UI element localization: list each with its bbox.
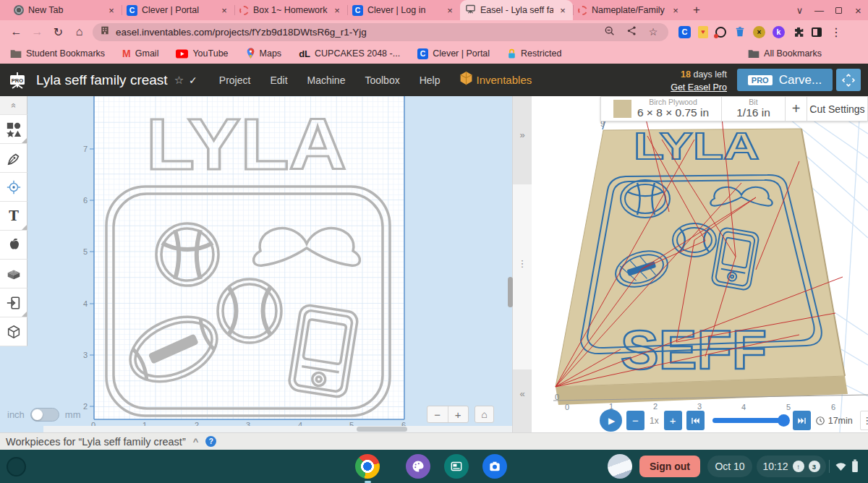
- bookmark-student-bookmarks[interactable]: Student Bookmarks: [10, 48, 105, 59]
- bookmark-maps[interactable]: Maps: [246, 48, 282, 59]
- zoom-out-button[interactable]: −: [427, 406, 448, 422]
- pen-tool[interactable]: [0, 144, 27, 173]
- user-avatar[interactable]: [608, 454, 632, 479]
- panel-divider[interactable]: » ⋮ «: [512, 96, 532, 432]
- divider-grip-icon[interactable]: ⋮: [513, 258, 532, 269]
- tab-box-homework[interactable]: Box 1~ Homework Di ×: [234, 0, 347, 20]
- bookmark-restricted[interactable]: Restricted: [507, 48, 561, 59]
- material-selector[interactable]: Birch Plywood 6 × 8 × 0.75 in: [600, 96, 722, 121]
- minimize-window-icon[interactable]: —: [809, 5, 829, 16]
- add-bit-button[interactable]: +: [786, 96, 807, 121]
- zoom-out-icon[interactable]: [602, 25, 618, 39]
- date-pill[interactable]: Oct 10: [707, 456, 752, 477]
- status-tray[interactable]: 10:12 ↑ 3: [757, 456, 826, 477]
- browser-menu-kebab-icon[interactable]: ⋮: [829, 25, 843, 39]
- help-icon[interactable]: ?: [205, 436, 216, 447]
- tab-clever-login[interactable]: C Clever | Log in ×: [347, 0, 460, 20]
- menu-machine[interactable]: Machine: [307, 74, 346, 86]
- bit-selector[interactable]: Bit 1/16 in: [722, 96, 786, 121]
- projects-brick-tool[interactable]: [0, 260, 27, 288]
- zoom-in-button[interactable]: +: [448, 406, 469, 422]
- design-text-lyla[interactable]: LYLA: [146, 103, 346, 184]
- favorite-star-icon[interactable]: ☆: [174, 74, 184, 87]
- bookmark-cupcakes[interactable]: dL CUPCAKES 2048 -...: [299, 48, 400, 59]
- back-icon[interactable]: ←: [6, 25, 27, 38]
- menu-project[interactable]: Project: [219, 74, 251, 86]
- tab-new-tab[interactable]: New Tab ×: [9, 0, 122, 20]
- address-bar[interactable]: easel.inventables.com/projects/fYzb9d18D…: [93, 23, 668, 41]
- tab-close-icon[interactable]: ×: [671, 5, 681, 16]
- speed-up-button[interactable]: +: [664, 411, 682, 430]
- tab-clever-portal[interactable]: C Clever | Portal ×: [122, 0, 234, 20]
- tab-close-icon[interactable]: ×: [558, 5, 568, 16]
- preview-panel-3d[interactable]: 10 9 LYLA: [532, 96, 868, 432]
- shapes-tool[interactable]: [0, 115, 27, 144]
- collapse-toolbar-button[interactable]: »: [0, 96, 27, 115]
- fullscreen-button[interactable]: [836, 69, 861, 91]
- forward-icon[interactable]: →: [27, 25, 48, 38]
- tab-search-chevron-icon[interactable]: ∨: [790, 5, 809, 16]
- camera-app-icon[interactable]: [482, 454, 507, 479]
- vertical-scrollbar-thumb[interactable]: [508, 277, 513, 307]
- cut-settings-button[interactable]: Cut Settings: [807, 96, 868, 121]
- tab-close-icon[interactable]: ×: [445, 5, 455, 16]
- speed-down-button[interactable]: −: [626, 411, 644, 430]
- sign-out-button[interactable]: Sign out: [639, 456, 700, 477]
- expand-right-panel-icon[interactable]: »: [513, 129, 532, 140]
- zoom-home-button[interactable]: ⌂: [475, 406, 494, 423]
- drill-origin-tool[interactable]: [0, 173, 27, 202]
- play-simulation-button[interactable]: ▶: [600, 409, 622, 432]
- collapse-workpieces-icon[interactable]: ^: [193, 436, 199, 447]
- slider-knob[interactable]: [778, 414, 790, 427]
- bookmark-clever-portal[interactable]: C Clever | Portal: [417, 48, 490, 59]
- menu-help[interactable]: Help: [420, 74, 441, 86]
- kami-extension-icon[interactable]: k: [773, 26, 785, 38]
- expand-left-panel-icon[interactable]: «: [513, 388, 532, 399]
- menu-toolbox[interactable]: Toolbox: [365, 74, 399, 86]
- reload-icon[interactable]: ↻: [48, 25, 69, 39]
- tab-nameplate[interactable]: Nameplate/Family Cr ×: [573, 0, 686, 20]
- skip-to-start-button[interactable]: [686, 411, 705, 430]
- design-library-tool[interactable]: [0, 231, 27, 260]
- scrollbar-thumb[interactable]: [357, 427, 407, 432]
- tab-close-icon[interactable]: ×: [332, 5, 342, 16]
- target-extension-icon[interactable]: [715, 27, 726, 38]
- inventables-brand-label[interactable]: Inventables: [477, 74, 532, 86]
- close-window-icon[interactable]: ×: [848, 4, 868, 17]
- simulation-progress-slider[interactable]: [712, 418, 785, 423]
- share-icon[interactable]: [624, 25, 639, 38]
- get-easel-pro-link[interactable]: Get Easel Pro: [671, 82, 727, 93]
- document-heart-extension-icon[interactable]: ♥: [698, 26, 708, 38]
- tab-close-icon[interactable]: ×: [219, 5, 229, 16]
- simulation-menu-kebab-icon[interactable]: ⋮: [860, 411, 868, 430]
- menu-edit[interactable]: Edit: [270, 74, 287, 86]
- carve-button[interactable]: PRO Carve...: [737, 69, 833, 91]
- block-site-extension-icon[interactable]: ×: [753, 26, 765, 38]
- screencast-app-icon[interactable]: [444, 454, 469, 479]
- tab-easel-active[interactable]: Easel - Lyla seff famil ×: [460, 0, 573, 20]
- import-tool[interactable]: [0, 288, 27, 317]
- extensions-puzzle-icon[interactable]: [792, 26, 804, 38]
- restore-window-icon[interactable]: [829, 5, 848, 16]
- bookmark-youtube[interactable]: YouTube: [176, 48, 228, 59]
- project-title[interactable]: Lyla seff family creast: [36, 72, 168, 88]
- gallery-app-icon[interactable]: [406, 454, 430, 479]
- home-icon[interactable]: ⌂: [69, 25, 90, 38]
- trash-extension-icon[interactable]: [733, 26, 746, 38]
- bookmark-star-icon[interactable]: ☆: [645, 26, 661, 38]
- all-bookmarks[interactable]: All Bookmarks: [748, 48, 822, 59]
- toggle-knob[interactable]: [32, 409, 43, 420]
- tab-close-icon[interactable]: ×: [106, 5, 116, 16]
- skip-to-end-button[interactable]: [793, 411, 811, 430]
- units-toggle[interactable]: [30, 408, 59, 422]
- design-canvas-2d[interactable]: 7 6 5 4 3 2 0 1 2 3 4 5 6 LYLA: [0, 96, 532, 432]
- chrome-app-icon[interactable]: [355, 454, 380, 479]
- launcher-button[interactable]: [7, 457, 26, 476]
- new-tab-button[interactable]: +: [686, 0, 707, 20]
- clever-extension-icon[interactable]: C: [678, 26, 691, 38]
- bookmark-gmail[interactable]: M Gmail: [122, 48, 158, 59]
- 3d-view-tool[interactable]: [0, 317, 27, 346]
- text-tool[interactable]: T: [0, 202, 27, 231]
- split-screen-icon[interactable]: [812, 27, 822, 37]
- inventables-logo-icon[interactable]: [459, 71, 473, 89]
